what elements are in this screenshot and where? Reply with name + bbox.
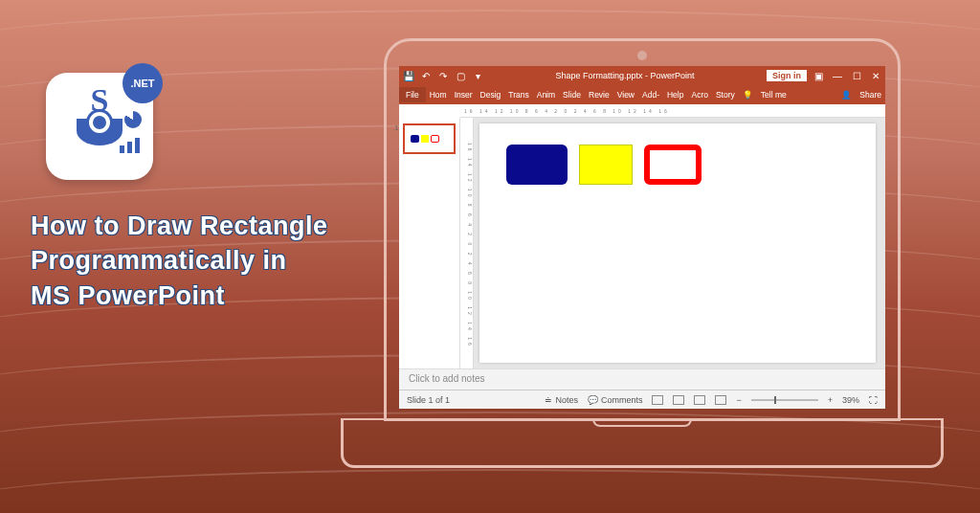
tab-view[interactable]: View	[613, 90, 638, 100]
tab-insert[interactable]: Inser	[451, 90, 477, 100]
quick-access-toolbar: 💾 ↶ ↷ ▢ ▾	[403, 70, 483, 81]
tab-design[interactable]: Desig	[477, 90, 505, 100]
product-logo: S .NET	[46, 73, 153, 180]
powerpoint-window: 💾 ↶ ↷ ▢ ▾ Shape Formatting.pptx - PowerP…	[399, 66, 885, 409]
reading-view-icon[interactable]	[694, 395, 705, 405]
thumb-shape-red	[431, 135, 439, 143]
tab-file[interactable]: File	[399, 87, 426, 102]
slide-thumbnail-1[interactable]	[403, 123, 456, 154]
zoom-slider[interactable]	[751, 399, 818, 401]
tab-home[interactable]: Hom	[426, 90, 451, 100]
tab-slideshow[interactable]: Slide	[559, 90, 585, 100]
logo-pie-icon	[124, 111, 142, 128]
start-from-beginning-icon[interactable]: ▢	[455, 70, 466, 81]
tab-transitions[interactable]: Trans	[504, 90, 532, 100]
thumbnail-number: 1	[394, 123, 398, 132]
zoom-out-button[interactable]: −	[736, 395, 741, 405]
thumb-shape-blue	[411, 135, 419, 143]
tab-acrobat[interactable]: Acro	[687, 90, 711, 100]
zoom-in-button[interactable]: +	[828, 395, 833, 405]
window-titlebar: 💾 ↶ ↷ ▢ ▾ Shape Formatting.pptx - PowerP…	[399, 66, 885, 85]
laptop-base	[341, 418, 944, 468]
status-bar: Slide 1 of 1 ≐ Notes 💬 Comments − + 39% …	[399, 390, 885, 409]
comments-button[interactable]: 💬 Comments	[588, 395, 643, 405]
tab-animations[interactable]: Anim	[533, 90, 559, 100]
tell-me-icon[interactable]: 💡	[739, 90, 757, 100]
slide-thumbnails-panel: 1	[399, 118, 460, 368]
slide-sorter-view-icon[interactable]	[673, 395, 684, 405]
zoom-level[interactable]: 39%	[842, 395, 859, 405]
sign-in-button[interactable]: Sign in	[767, 70, 807, 81]
article-headline: How to Draw Rectangle Programmatically i…	[31, 209, 328, 313]
tab-help[interactable]: Help	[663, 90, 687, 100]
headline-line-1: How to Draw Rectangle	[31, 209, 328, 243]
laptop-illustration: 💾 ↶ ↷ ▢ ▾ Shape Formatting.pptx - PowerP…	[341, 38, 944, 479]
slide-counter: Slide 1 of 1	[407, 395, 450, 405]
document-title: Shape Formatting.pptx - PowerPoint	[489, 71, 761, 80]
horizontal-ruler: 16 14 12 10 8 6 4 2 0 2 4 6 8 10 12 14 1…	[460, 104, 885, 118]
slide-canvas[interactable]	[479, 123, 876, 363]
window-controls: ▣ — ☐ ✕	[813, 70, 881, 81]
thumb-shape-yellow	[421, 135, 429, 143]
red-outline-rounded-rectangle-shape[interactable]	[644, 145, 702, 185]
minimize-icon[interactable]: —	[832, 70, 843, 81]
slideshow-view-icon[interactable]	[715, 395, 726, 405]
tab-review[interactable]: Revie	[585, 90, 613, 100]
vertical-ruler: 16 14 12 10 8 6 4 2 0 2 4 6 8 10 12 14 1…	[460, 118, 474, 368]
tab-addins[interactable]: Add-	[638, 90, 663, 100]
fit-to-window-icon[interactable]: ⛶	[869, 395, 878, 405]
laptop-screen-frame: 💾 ↶ ↷ ▢ ▾ Shape Formatting.pptx - PowerP…	[384, 38, 901, 421]
close-icon[interactable]: ✕	[870, 70, 881, 81]
notes-pane[interactable]: Click to add notes	[399, 368, 885, 390]
yellow-rectangle-shape[interactable]	[579, 145, 633, 185]
blue-rounded-rectangle-shape[interactable]	[506, 145, 568, 185]
maximize-icon[interactable]: ☐	[851, 70, 862, 81]
dotnet-badge: .NET	[122, 63, 163, 103]
qat-dropdown-icon[interactable]: ▾	[472, 70, 483, 81]
ribbon-display-icon[interactable]: ▣	[813, 70, 824, 81]
undo-icon[interactable]: ↶	[420, 70, 432, 81]
laptop-camera-icon	[637, 51, 647, 60]
share-button[interactable]: Share	[856, 90, 885, 100]
save-icon[interactable]: 💾	[403, 70, 414, 81]
share-icon[interactable]: 👤	[837, 90, 856, 100]
normal-view-icon[interactable]	[652, 395, 663, 405]
tell-me-button[interactable]: Tell me	[757, 90, 791, 100]
headline-line-3: MS PowerPoint	[31, 279, 328, 313]
tab-storyboard[interactable]: Story	[712, 90, 739, 100]
logo-bars-icon	[120, 138, 140, 153]
redo-icon[interactable]: ↷	[437, 70, 449, 81]
notes-button[interactable]: ≐ Notes	[545, 395, 578, 405]
headline-line-2: Programmatically in	[31, 243, 328, 278]
logo-eye-icon	[77, 119, 122, 145]
ribbon-tabs: File Hom Inser Desig Trans Anim Slide Re…	[399, 85, 885, 104]
